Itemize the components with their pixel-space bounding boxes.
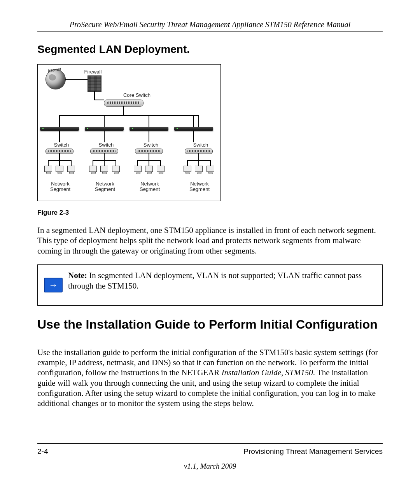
- firewall-label: Firewall: [81, 69, 105, 75]
- connector-line: [59, 153, 60, 160]
- footer-page-number: 2-4: [37, 447, 48, 456]
- section-heading-segmented-lan: Segmented LAN Deployment.: [37, 43, 383, 56]
- stm-appliance-icon: [174, 127, 213, 131]
- switch-label: Switch: [141, 142, 161, 148]
- connector-line: [48, 160, 49, 166]
- connector-line: [65, 79, 88, 80]
- network-label-line1: Network: [51, 181, 70, 187]
- connector-line: [160, 160, 161, 166]
- stm-appliance-icon: [40, 127, 79, 131]
- switch-label: Switch: [52, 142, 71, 148]
- pc-icon: [206, 166, 214, 172]
- connector-line: [187, 160, 188, 166]
- install-guide-paragraph: Use the installation guide to perform th…: [37, 347, 383, 409]
- connector-line: [94, 91, 95, 100]
- network-label-line1: Network: [140, 181, 159, 187]
- segmented-lan-paragraph: In a segmented LAN deployment, one STM15…: [37, 225, 383, 256]
- note-text: Note: In segmented LAN deployment, VLAN …: [68, 268, 378, 302]
- note-box: → Note: In segmented LAN deployment, VLA…: [37, 264, 383, 306]
- footer-version: v1.1, March 2009: [37, 462, 383, 471]
- connector-line: [193, 131, 194, 142]
- connector-line: [104, 153, 105, 160]
- network-segment-label: Network Segment: [185, 181, 214, 192]
- pc-icon: [89, 166, 97, 172]
- pc-icon: [100, 166, 108, 172]
- switch-label: Switch: [191, 142, 210, 148]
- footer-rule: [37, 443, 383, 444]
- connector-line: [198, 153, 199, 160]
- running-header: ProSecure Web/Email Security Threat Mana…: [37, 20, 383, 29]
- connector-line: [59, 115, 60, 127]
- connector-line: [59, 131, 60, 142]
- document-page: ProSecure Web/Email Security Threat Mana…: [0, 0, 420, 504]
- note-body: In segmented LAN deployment, VLAN is not…: [68, 271, 362, 290]
- pc-icon: [157, 166, 164, 172]
- figure-caption: Figure 2-3: [37, 209, 383, 217]
- connector-line: [104, 160, 105, 166]
- pc-icon: [145, 166, 153, 172]
- network-label-line2: Segment: [189, 186, 210, 192]
- network-segment-label: Network Segment: [46, 181, 75, 192]
- connector-line: [93, 160, 93, 166]
- pc-icon: [195, 166, 203, 172]
- pc-icon: [56, 166, 63, 172]
- connector-line: [59, 160, 60, 166]
- connector-line: [193, 115, 194, 127]
- connector-line: [149, 160, 149, 166]
- header-rule: [37, 32, 383, 32]
- connector-line: [137, 160, 138, 166]
- connector-line: [149, 115, 149, 127]
- connector-line: [198, 160, 199, 166]
- connector-line: [71, 160, 72, 166]
- network-segment-label: Network Segment: [90, 181, 120, 192]
- network-segment-label: Network Segment: [135, 181, 164, 192]
- network-diagram: Internet Firewall Core Switch Switch: [37, 64, 221, 201]
- connector-line: [104, 115, 105, 127]
- note-label: Note:: [68, 271, 87, 280]
- connector-line: [104, 131, 105, 142]
- network-label-line1: Network: [96, 181, 114, 187]
- footer-chapter-title: Provisioning Threat Management Services: [243, 447, 383, 456]
- firewall-icon: [88, 75, 102, 92]
- network-label-line2: Segment: [140, 186, 160, 192]
- figure-2-3: Internet Firewall Core Switch Switch: [37, 64, 383, 217]
- connector-line: [59, 115, 199, 116]
- stm-appliance-icon: [130, 127, 168, 131]
- connector-line: [94, 100, 104, 100]
- connector-line: [149, 131, 149, 142]
- section-heading-install-guide: Use the Installation Guide to Perform In…: [37, 317, 383, 332]
- connector-line: [123, 106, 124, 115]
- pc-icon: [44, 166, 52, 172]
- install-body-italic: Installation Guide, STM150: [222, 368, 313, 377]
- pc-icon: [184, 166, 191, 172]
- connector-line: [210, 160, 211, 166]
- pc-icon: [67, 166, 75, 172]
- note-icon-cell: →: [42, 268, 68, 302]
- switch-label: Switch: [96, 142, 116, 148]
- core-switch-label: Core Switch: [119, 93, 154, 98]
- network-label-line1: Network: [190, 181, 209, 187]
- page-footer: 2-4 Provisioning Threat Management Servi…: [37, 443, 383, 471]
- network-label-line2: Segment: [50, 186, 70, 192]
- connector-line: [198, 115, 199, 127]
- connector-line: [149, 153, 149, 160]
- arrow-right-icon: →: [44, 278, 63, 292]
- pc-icon: [112, 166, 120, 172]
- network-label-line2: Segment: [95, 186, 115, 192]
- pc-icon: [134, 166, 142, 172]
- stm-appliance-icon: [85, 127, 124, 131]
- connector-line: [116, 160, 116, 166]
